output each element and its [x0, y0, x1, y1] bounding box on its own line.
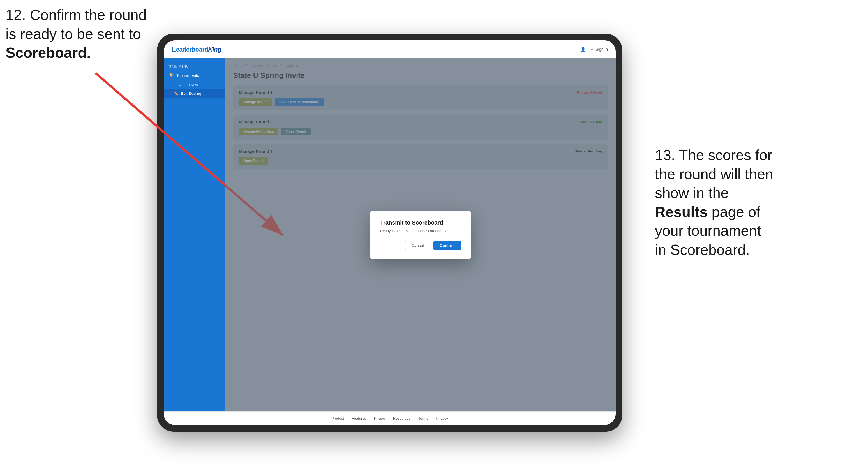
annotation-right-text: 13. The scores for the round will then s…	[655, 147, 773, 258]
sign-in-button[interactable]: → Sign In	[590, 47, 608, 52]
sidebar-item-edit-existing[interactable]: ✏️ Edit Existing	[164, 89, 225, 98]
footer: Product Features Pricing Resources Terms…	[164, 411, 616, 425]
modal-overlay[interactable]: Transmit to Scoreboard Ready to send thi…	[225, 58, 616, 411]
annotation-results-bold: Results	[655, 204, 708, 220]
user-icon: 👤	[581, 47, 585, 52]
sign-in-label: Sign In	[595, 47, 608, 52]
footer-features[interactable]: Features	[352, 416, 366, 421]
content-area: Home / Tournaments / State U Spring Invi…	[225, 58, 616, 411]
modal-buttons: Cancel Confirm	[380, 241, 461, 250]
footer-product[interactable]: Product	[331, 416, 344, 421]
transmit-modal: Transmit to Scoreboard Ready to send thi…	[370, 211, 471, 259]
edit-icon: ✏️	[174, 91, 178, 96]
sidebar-item-tournaments[interactable]: 🏆 Tournaments	[164, 70, 225, 81]
sidebar-tournaments-label: Tournaments	[176, 73, 199, 77]
annotation-bold: Scoreboard.	[6, 44, 91, 61]
annotation-right: 13. The scores for the round will then s…	[655, 146, 845, 259]
sign-in-icon: →	[590, 47, 594, 52]
nav-right: 👤 → Sign In	[581, 47, 608, 52]
tablet-device: LeaderboardKing 👤 → Sign In MAIN MENU 🏆 …	[157, 34, 622, 432]
annotation-line2: is ready to be sent to	[6, 26, 141, 42]
navbar: LeaderboardKing 👤 → Sign In	[164, 40, 616, 58]
footer-resources[interactable]: Resources	[393, 416, 410, 421]
main-layout: MAIN MENU 🏆 Tournaments + Create New ✏️ …	[164, 58, 616, 411]
sidebar-create-new-label: Create New	[179, 83, 198, 87]
modal-title: Transmit to Scoreboard	[380, 219, 461, 226]
confirm-button[interactable]: Confirm	[433, 241, 461, 250]
footer-pricing[interactable]: Pricing	[374, 416, 385, 421]
logo: LeaderboardKing	[172, 45, 221, 54]
annotation-line1: 12. Confirm the round	[6, 7, 147, 23]
footer-privacy[interactable]: Privacy	[436, 416, 448, 421]
sidebar-edit-existing-label: Edit Existing	[181, 91, 201, 96]
footer-terms[interactable]: Terms	[418, 416, 428, 421]
plus-icon: +	[174, 83, 176, 87]
trophy-icon: 🏆	[169, 73, 174, 77]
sidebar-item-create-new[interactable]: + Create New	[164, 81, 225, 89]
annotation-top: 12. Confirm the round is ready to be sen…	[6, 6, 147, 63]
cancel-button[interactable]: Cancel	[405, 241, 430, 250]
sidebar: MAIN MENU 🏆 Tournaments + Create New ✏️ …	[164, 58, 225, 411]
tablet-screen: LeaderboardKing 👤 → Sign In MAIN MENU 🏆 …	[164, 40, 616, 425]
main-menu-label: MAIN MENU	[164, 63, 225, 70]
modal-subtitle: Ready to send this round to Scoreboard?	[380, 229, 461, 233]
